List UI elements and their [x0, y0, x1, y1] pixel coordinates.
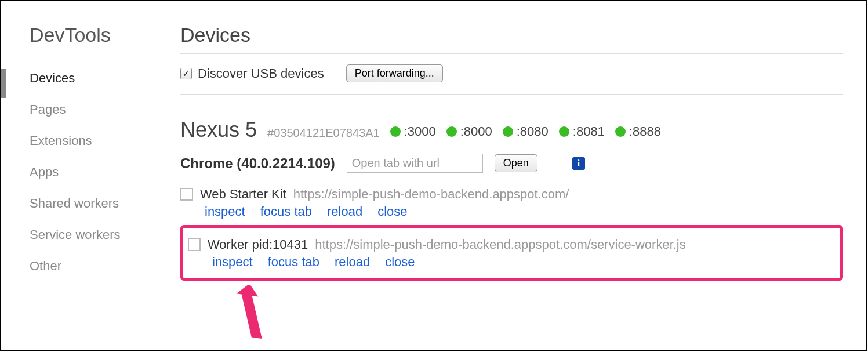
browser-row: Chrome (40.0.2214.109) Open i	[180, 154, 843, 173]
sidebar-item-service-workers[interactable]: Service workers	[1, 219, 163, 251]
focus-tab-link[interactable]: focus tab	[260, 204, 312, 219]
sidebar-item-extensions[interactable]: Extensions	[1, 125, 163, 157]
discover-usb-checkbox[interactable]: ✓	[180, 68, 192, 79]
annotation-highlight-box: Worker pid:10431 https://simple-push-dem…	[180, 225, 843, 281]
sidebar-item-label: Apps	[30, 165, 59, 179]
port-label: :3000	[404, 124, 436, 139]
sidebar-item-label: Devices	[30, 71, 75, 85]
tab-favicon-placeholder-icon	[180, 188, 193, 201]
port-status: :8081	[559, 124, 605, 139]
status-dot-icon	[390, 126, 401, 137]
app-title: DevTools	[1, 24, 163, 46]
reload-link[interactable]: reload	[335, 255, 370, 270]
open-button[interactable]: Open	[495, 154, 537, 172]
sidebar-item-label: Shared workers	[30, 196, 119, 211]
tab-url: https://simple-push-demo-backend.appspot…	[315, 237, 686, 252]
device-name: Nexus 5	[180, 118, 257, 142]
sidebar-item-devices[interactable]: Devices	[1, 63, 163, 94]
tab-title: Web Starter Kit	[200, 187, 286, 202]
sidebar-item-apps[interactable]: Apps	[1, 157, 163, 188]
close-link[interactable]: close	[385, 255, 415, 270]
device-serial: #03504121E07843A1	[267, 126, 380, 140]
divider	[180, 53, 843, 54]
status-dot-icon	[615, 126, 626, 137]
status-dot-icon	[446, 126, 457, 137]
tab-url: https://simple-push-demo-backend.appspot…	[293, 187, 569, 202]
focus-tab-link[interactable]: focus tab	[268, 255, 319, 270]
sidebar-item-other[interactable]: Other	[1, 251, 163, 282]
sidebar: DevTools Devices Pages Extensions Apps S…	[1, 1, 163, 350]
port-label: :8081	[573, 124, 605, 139]
discover-usb-label: Discover USB devices	[198, 66, 324, 81]
discover-row: ✓ Discover USB devices Port forwarding..…	[180, 64, 843, 82]
port-status: :8888	[615, 124, 661, 139]
port-label: :8080	[517, 124, 549, 139]
main-panel: Devices ✓ Discover USB devices Port forw…	[163, 1, 866, 350]
sidebar-item-label: Service workers	[30, 227, 120, 242]
divider	[180, 94, 843, 95]
info-icon[interactable]: i	[572, 157, 585, 170]
sidebar-active-marker-icon	[1, 69, 6, 98]
sidebar-item-pages[interactable]: Pages	[1, 94, 163, 125]
sidebar-item-shared-workers[interactable]: Shared workers	[1, 188, 163, 219]
sidebar-item-label: Other	[30, 259, 61, 273]
inspect-link[interactable]: inspect	[212, 255, 253, 270]
tab-entry: Web Starter Kit https://simple-push-demo…	[180, 183, 843, 223]
open-tab-url-input[interactable]	[347, 154, 483, 173]
page-title: Devices	[180, 24, 843, 46]
inspect-link[interactable]: inspect	[205, 204, 245, 219]
port-label: :8000	[460, 124, 492, 139]
sidebar-item-label: Extensions	[30, 133, 92, 148]
port-status: :8080	[503, 124, 549, 139]
tab-title: Worker pid:10431	[208, 237, 308, 252]
device-header: Nexus 5 #03504121E07843A1 :3000 :8000 :8…	[180, 118, 843, 142]
status-dot-icon	[503, 126, 513, 137]
browser-label: Chrome (40.0.2214.109)	[180, 155, 335, 172]
port-status: :8000	[446, 124, 492, 139]
sidebar-item-label: Pages	[30, 102, 66, 117]
status-dot-icon	[559, 126, 569, 137]
tab-entry: Worker pid:10431 https://simple-push-dem…	[188, 234, 836, 273]
tab-favicon-placeholder-icon	[188, 238, 201, 251]
port-label: :8888	[629, 124, 661, 139]
port-forwarding-button[interactable]: Port forwarding...	[346, 64, 443, 82]
port-status: :3000	[390, 124, 436, 139]
reload-link[interactable]: reload	[327, 204, 362, 219]
close-link[interactable]: close	[377, 204, 407, 219]
